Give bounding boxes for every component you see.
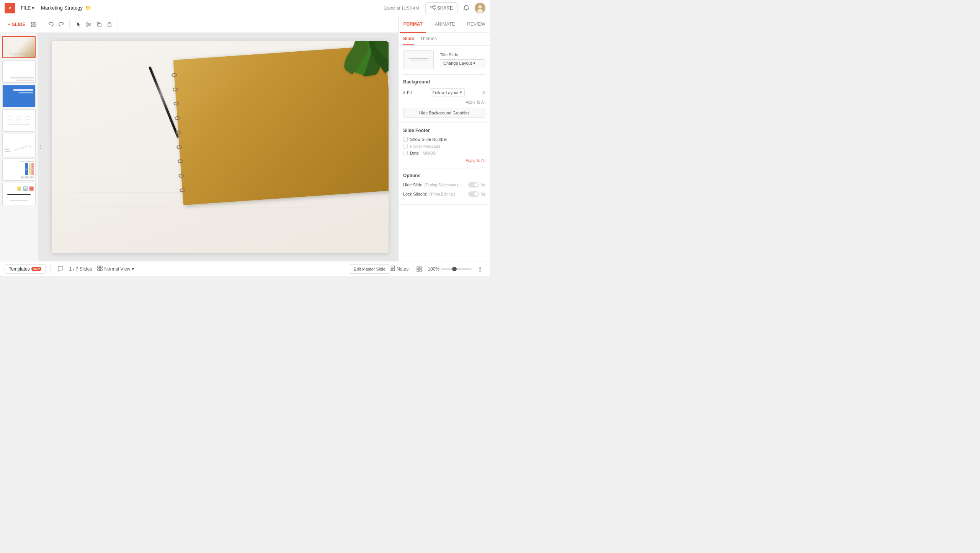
slide-thumb-2[interactable] xyxy=(2,60,36,83)
hide-slide-no-label: No xyxy=(480,183,485,187)
templates-button[interactable]: Templates NEW xyxy=(5,264,46,274)
change-layout-button[interactable]: Change Layout ▾ xyxy=(440,59,485,67)
page-indicator: 1 / 7 Slides xyxy=(69,266,92,272)
svg-rect-49 xyxy=(417,267,419,269)
copy-tool[interactable] xyxy=(94,20,104,29)
show-slide-number-row: Show Slide Number xyxy=(403,137,485,142)
panel-divider[interactable] xyxy=(38,33,42,261)
lock-toggle-dot xyxy=(474,192,478,196)
slide-thumb-container-4: 4 ● ● ● xyxy=(2,109,36,132)
date-checkbox[interactable] xyxy=(403,151,408,155)
date-label: Date xyxy=(410,151,419,155)
grid-view-button[interactable] xyxy=(414,264,425,274)
show-slide-number-checkbox[interactable] xyxy=(403,137,408,142)
fill-expand-icon[interactable] xyxy=(403,91,405,94)
footer-message-row: Footer Message xyxy=(403,144,485,148)
slide-thumb-5[interactable]: Writing Strategy xyxy=(2,134,36,156)
date-format-hint: MM/DD xyxy=(423,151,436,155)
notes-icon xyxy=(390,266,395,272)
redo-button[interactable] xyxy=(56,20,66,29)
share-button[interactable]: SHARE xyxy=(425,2,458,13)
background-section: Background Fill Follow Layout ▾ Apply To… xyxy=(399,75,490,123)
lock-slide-toggle[interactable] xyxy=(468,191,479,197)
accessibility-button[interactable] xyxy=(475,264,485,274)
slide-thumb-7[interactable]: 💡 📊 🎯 xyxy=(2,183,36,205)
themes-tab[interactable]: Themes xyxy=(420,36,437,45)
canvas-area xyxy=(42,33,398,261)
svg-rect-44 xyxy=(100,269,102,271)
paste-tool[interactable] xyxy=(105,20,114,29)
show-slide-number-label: Show Slide Number xyxy=(410,137,447,142)
svg-rect-43 xyxy=(98,269,100,271)
cursor-tool[interactable] xyxy=(74,20,83,29)
zoom-slider[interactable] xyxy=(441,268,472,270)
slide-thumb-3[interactable] xyxy=(2,85,36,107)
svg-point-15 xyxy=(87,25,88,26)
fill-dropdown[interactable]: Follow Layout ▾ xyxy=(430,88,465,96)
document-title: Marketing Strategy 📁 xyxy=(41,5,91,11)
separator-1 xyxy=(50,265,51,273)
slide-thumb-container-6: 6 Simple Pricing Table Basic Pro Plus $1… xyxy=(2,158,36,181)
slide-tab[interactable]: Slide xyxy=(403,36,414,45)
slide-thumb-4[interactable]: ● ● ● xyxy=(2,109,36,132)
fill-color-swatch[interactable] xyxy=(482,91,485,94)
hide-slide-label: Hide Slide xyxy=(403,183,422,187)
edit-tools-group xyxy=(74,20,118,29)
svg-rect-13 xyxy=(34,25,36,27)
svg-rect-10 xyxy=(31,22,33,24)
options-title: Options xyxy=(403,173,485,178)
slide-thumb-6[interactable]: Simple Pricing Table Basic Pro Plus $10/… xyxy=(2,158,36,181)
zoom-control: 100% xyxy=(428,266,472,272)
app-logo: P xyxy=(5,3,15,13)
main-toolbar: + SLIDE T Text xyxy=(0,16,490,33)
layout-section: Title Slide Change Layout ▾ xyxy=(399,46,490,74)
slide-tools-group: + SLIDE xyxy=(5,20,42,29)
notes-button[interactable]: Notes xyxy=(387,264,411,273)
layout-preview xyxy=(403,50,434,69)
review-tab[interactable]: REVIEW xyxy=(464,16,488,33)
chat-button[interactable] xyxy=(55,264,66,274)
apply-all-row: Apply To All xyxy=(403,100,485,105)
right-panel-tabs: Slide Themes xyxy=(399,33,490,46)
lock-slide-sub: ( From Editing ) xyxy=(429,192,455,196)
avatar[interactable] xyxy=(475,3,485,13)
chevron-down-icon: ▾ xyxy=(32,5,34,11)
add-slide-button[interactable]: + SLIDE xyxy=(5,20,28,29)
fill-row: Fill Follow Layout ▾ xyxy=(403,88,485,96)
hide-slide-toggle[interactable] xyxy=(468,182,479,188)
options-section: Options Hide Slide ( During Slideshow ) … xyxy=(399,168,490,205)
svg-point-53 xyxy=(480,266,481,268)
footer-message-checkbox[interactable] xyxy=(403,144,408,148)
slide-footer-section: Slide Footer Show Slide Number Footer Me… xyxy=(399,123,490,168)
svg-line-6 xyxy=(432,8,434,8)
svg-point-38 xyxy=(40,145,41,146)
slide-thumb-1[interactable]: State your marketing goals xyxy=(2,36,36,58)
lock-slide-label: Lock Slide(s) xyxy=(403,192,428,196)
hide-slide-sub: ( During Slideshow ) xyxy=(423,183,458,187)
apply-to-all-footer[interactable]: Apply To All xyxy=(466,158,485,163)
animate-tab[interactable]: ANIMATE xyxy=(432,16,458,33)
slide-thumb-container-3: 3 xyxy=(2,85,36,107)
lock-slide-no-label: No xyxy=(480,192,485,196)
edit-master-slide-button[interactable]: Edit Master Slide xyxy=(349,264,390,274)
undo-button[interactable] xyxy=(46,20,56,29)
svg-rect-41 xyxy=(98,266,100,268)
slide-panel: 1 State your marketing goals 2 3 xyxy=(0,33,38,261)
svg-point-40 xyxy=(40,148,41,149)
file-menu-button[interactable]: FILE ▾ xyxy=(18,4,36,12)
history-group xyxy=(46,20,70,29)
hide-slide-toggle-group: No xyxy=(468,182,485,188)
hide-background-graphics-button[interactable]: Hide Background Graphics xyxy=(403,108,485,118)
right-panel: Slide Themes Title Slide Change Layout ▾ xyxy=(398,33,490,261)
svg-rect-52 xyxy=(420,269,421,271)
normal-view-button[interactable]: Normal View ▾ xyxy=(95,264,136,273)
scissors-tool[interactable] xyxy=(84,20,94,29)
slide-background xyxy=(52,41,389,253)
toggle-dot xyxy=(474,183,478,187)
slide-view-toggle[interactable] xyxy=(29,20,39,29)
slide-thumb-container-7: 7 💡 📊 🎯 xyxy=(2,183,36,205)
notification-icon[interactable] xyxy=(461,3,472,13)
slide-canvas[interactable] xyxy=(52,41,389,253)
svg-rect-42 xyxy=(100,266,102,268)
format-tab[interactable]: FORMAT xyxy=(400,16,425,33)
